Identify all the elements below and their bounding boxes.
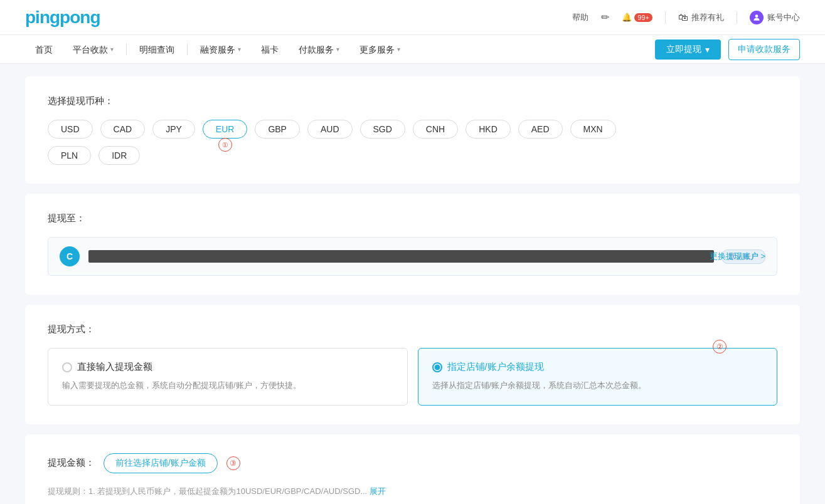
logo: pingpong (25, 8, 100, 28)
bell-icon: 🔔 (622, 13, 632, 22)
account-bar-redacted (88, 250, 714, 263)
header: pingpong 帮助 ✏ 🔔 99+ 🛍 推荐有礼 账号中心 (0, 0, 825, 35)
chevron-down-icon-3: ▾ (336, 35, 339, 64)
step-2-indicator: ② (713, 340, 727, 354)
header-right: 帮助 ✏ 🔔 99+ 🛍 推荐有礼 账号中心 (572, 11, 800, 24)
method-direct-desc: 输入需要提现的总金额，系统自动分配提现店铺/账户，方便快捷。 (62, 379, 393, 392)
divider-2 (737, 11, 737, 24)
currency-cnh[interactable]: CNH (413, 120, 458, 139)
nav-right: 立即提现 ▾ 申请收款服务 (655, 39, 800, 60)
account-icon: C (60, 246, 80, 266)
withdraw-method-card: 提现方式： 直接输入提现金额 输入需要提现的总金额，系统自动分配提现店铺/账户，… (25, 305, 800, 424)
withdraw-button[interactable]: 立即提现 ▾ (655, 39, 721, 60)
chevron-down-icon-2: ▾ (238, 35, 241, 64)
currency-idr[interactable]: IDR (98, 146, 140, 165)
currency-usd[interactable]: USD (48, 120, 93, 139)
nav-item-more[interactable]: 更多服务 ▾ (349, 35, 410, 64)
amount-section: 提现金额： 前往选择店铺/账户金额 ③ (48, 453, 777, 473)
amount-card: 提现金额： 前往选择店铺/账户金额 ③ 提现规则：1. 若提现到人民币账户，最低… (25, 434, 800, 504)
currency-card: 选择提现币种： USD CAD JPY EUR ① GBP AUD SGD CN… (25, 76, 800, 184)
chevron-down-icon-5: ▾ (705, 45, 710, 55)
gift-area[interactable]: 🛍 推荐有礼 (678, 12, 724, 23)
currency-aed[interactable]: AED (518, 120, 563, 139)
gift-icon: 🛍 (678, 12, 688, 23)
currency-pln[interactable]: PLN (48, 146, 91, 165)
notification-area[interactable]: 🔔 99+ (622, 13, 652, 22)
currency-aud[interactable]: AUD (307, 120, 353, 139)
nav-item-payment[interactable]: 付款服务 ▾ (289, 35, 349, 64)
navbar: 首页 平台收款 ▾ 明细查询 融资服务 ▾ 福卡 付款服务 ▾ 更多服务 ▾ 立… (0, 35, 825, 64)
method-direct-title: 直接输入提现金额 (62, 361, 393, 373)
currency-jpy[interactable]: JPY (152, 120, 195, 139)
method-direct[interactable]: 直接输入提现金额 输入需要提现的总金额，系统自动分配提现店铺/账户，方便快捷。 (48, 348, 408, 406)
help-link[interactable]: 帮助 (572, 12, 588, 23)
nav-item-detail[interactable]: 明细查询 (129, 35, 184, 64)
nav-divider-1 (126, 44, 127, 55)
nav-item-home[interactable]: 首页 (25, 35, 63, 64)
method-designated[interactable]: ② 指定店铺/账户余额提现 选择从指定店铺/账户余额提现，系统自动汇总本次总金额… (418, 348, 778, 406)
method-label: 提现方式： (48, 323, 95, 335)
method-options: 直接输入提现金额 输入需要提现的总金额，系统自动分配提现店铺/账户，方便快捷。 … (48, 348, 777, 406)
withdraw-to-label: 提现至： (48, 213, 777, 224)
withdraw-to-card: 提现至： C 默认账户 更换提现账户 > (25, 194, 800, 295)
divider-1 (665, 11, 666, 24)
currency-sgd[interactable]: SGD (360, 120, 405, 139)
radio-direct (62, 362, 72, 372)
chevron-down-icon-4: ▾ (397, 35, 400, 64)
account-label: 账号中心 (767, 12, 800, 23)
nav-item-collect[interactable]: 平台收款 ▾ (63, 35, 124, 64)
currency-options-row2: PLN IDR (48, 146, 777, 165)
svg-point-0 (755, 14, 758, 18)
currency-label: 选择提现币种： (48, 95, 777, 107)
rules-expand-link[interactable]: 展开 (370, 486, 386, 496)
method-designated-title: 指定店铺/账户余额提现 (432, 361, 764, 373)
currency-gbp[interactable]: GBP (255, 120, 300, 139)
gift-label: 推荐有礼 (691, 12, 724, 23)
radio-designated (432, 362, 442, 372)
chevron-down-icon: ▾ (110, 35, 114, 64)
nav-left: 首页 平台收款 ▾ 明细查询 融资服务 ▾ 福卡 付款服务 ▾ 更多服务 ▾ (25, 35, 410, 64)
account-avatar (750, 11, 764, 24)
nav-divider-2 (187, 44, 188, 55)
amount-label: 提现金额： (48, 457, 95, 469)
currency-eur[interactable]: EUR ① (203, 120, 248, 139)
change-account-link[interactable]: 更换提现账户 > (710, 251, 765, 262)
apply-service-button[interactable]: 申请收款服务 (728, 39, 800, 60)
currency-cad[interactable]: CAD (100, 120, 146, 139)
notification-badge: 99+ (634, 13, 652, 22)
account-row: C 默认账户 更换提现账户 > (48, 237, 777, 276)
method-designated-desc: 选择从指定店铺/账户余额提现，系统自动汇总本次总金额。 (432, 379, 764, 392)
select-store-button[interactable]: 前往选择店铺/账户金额 (104, 453, 218, 473)
main-content: 选择提现币种： USD CAD JPY EUR ① GBP AUD SGD CN… (0, 64, 825, 504)
step-3-circle: ③ (226, 456, 240, 470)
edit-icon[interactable]: ✏ (601, 11, 609, 23)
currency-hkd[interactable]: HKD (466, 120, 511, 139)
nav-item-card[interactable]: 福卡 (251, 35, 289, 64)
account-area[interactable]: 账号中心 (750, 11, 800, 24)
rules-text: 提现规则：1. 若提现到人民币账户，最低起提金额为10USD/EUR/GBP/C… (48, 486, 777, 497)
currency-options: USD CAD JPY EUR ① GBP AUD SGD CNH HKD AE… (48, 120, 777, 139)
nav-item-finance[interactable]: 融资服务 ▾ (190, 35, 251, 64)
currency-mxn[interactable]: MXN (570, 120, 616, 139)
